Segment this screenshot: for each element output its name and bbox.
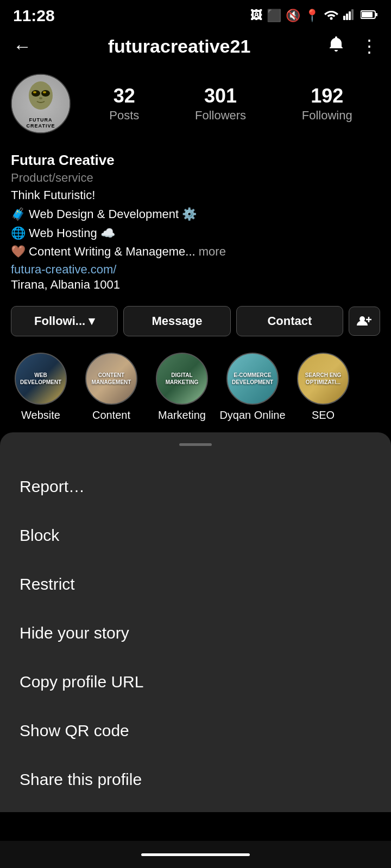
profile-top: FUTURACREATIVE 32 Posts 301 Followers 19… xyxy=(11,74,380,133)
svg-rect-6 xyxy=(362,12,373,17)
add-friend-button[interactable] xyxy=(349,307,380,336)
stat-followers[interactable]: 301 Followers xyxy=(195,85,246,123)
gallery-icon: 🖼 xyxy=(250,9,262,23)
header-actions: ⋮ xyxy=(327,35,378,58)
back-button[interactable]: ← xyxy=(13,36,31,57)
status-icons: 🖼 ⬛ 🔇 📍 xyxy=(250,8,378,23)
highlight-website[interactable]: WEBDEVELOPMENT Website xyxy=(5,353,76,422)
screen-record-icon: ⬛ xyxy=(267,9,281,23)
bio-more-link[interactable]: more xyxy=(199,245,226,258)
highlight-content[interactable]: CONTENTMANAGEMENT Content xyxy=(76,353,147,422)
highlight-seo[interactable]: SEARCH ENGOPTIMIZATI... SEO xyxy=(288,353,358,422)
notification-bell-icon[interactable] xyxy=(327,35,345,58)
highlight-inner-seo: SEARCH ENGOPTIMIZATI... xyxy=(303,369,344,388)
sheet-item-copy-url[interactable]: Copy profile URL xyxy=(0,658,391,706)
highlight-label-dyqan: Dyqan Online xyxy=(219,409,285,422)
highlight-label-marketing: Marketing xyxy=(158,409,206,422)
highlight-inner-content: CONTENTMANAGEMENT xyxy=(90,369,134,388)
avatar-label: FUTURACREATIVE xyxy=(27,117,55,129)
bio-line-1: Think Futuristic! xyxy=(11,187,380,204)
svg-point-8 xyxy=(29,81,53,110)
bottom-sheet: Report… Block Restrict Hide your story C… xyxy=(0,432,391,812)
follow-button[interactable]: Followi... ▾ xyxy=(11,306,118,336)
highlights-row: WEBDEVELOPMENT Website CONTENTMANAGEMENT… xyxy=(0,347,391,432)
sheet-item-hide-story[interactable]: Hide your story xyxy=(0,609,391,658)
stat-posts[interactable]: 32 Posts xyxy=(109,85,139,123)
highlight-circle-seo: SEARCH ENGOPTIMIZATI... xyxy=(297,353,349,405)
svg-rect-7 xyxy=(376,13,377,16)
svg-point-9 xyxy=(31,90,40,97)
battery-icon xyxy=(361,9,378,23)
sheet-item-block[interactable]: Block xyxy=(0,511,391,560)
svg-point-11 xyxy=(33,91,36,93)
posts-label: Posts xyxy=(109,108,139,123)
more-options-icon[interactable]: ⋮ xyxy=(361,36,378,56)
highlight-marketing[interactable]: DIGITALMARKETING Marketing xyxy=(147,353,217,422)
contact-button[interactable]: Contact xyxy=(236,306,343,336)
status-bar: 11:28 🖼 ⬛ 🔇 📍 xyxy=(0,0,391,29)
wifi-icon xyxy=(324,8,339,23)
profile-section: FUTURACREATIVE 32 Posts 301 Followers 19… xyxy=(0,68,391,152)
home-indicator xyxy=(141,853,250,856)
profile-name: Futura Creative xyxy=(11,152,380,169)
svg-rect-3 xyxy=(349,11,351,20)
highlight-circle-content: CONTENTMANAGEMENT xyxy=(85,353,137,405)
highlight-inner-dyqan: E-COMMERCEDEVELOPMENT xyxy=(230,369,275,388)
svg-rect-4 xyxy=(351,9,354,20)
profile-website-link[interactable]: futura-creative.com/ xyxy=(11,263,380,277)
bio-line-3: 🌐 Web Hosting ☁️ xyxy=(11,225,380,242)
svg-rect-2 xyxy=(346,14,348,20)
action-buttons: Followi... ▾ Message Contact xyxy=(0,301,391,347)
avatar[interactable]: FUTURACREATIVE xyxy=(11,74,71,133)
status-time: 11:28 xyxy=(13,7,55,25)
stats-row: 32 Posts 301 Followers 192 Following xyxy=(81,85,380,123)
profile-username: futuracreative21 xyxy=(108,36,251,57)
profile-category: Product/service xyxy=(11,171,380,185)
avatar-image: FUTURACREATIVE xyxy=(12,75,70,132)
highlight-circle-marketing: DIGITALMARKETING xyxy=(156,353,208,405)
posts-count: 32 xyxy=(113,85,135,107)
followers-count: 301 xyxy=(204,85,237,107)
signal-icon xyxy=(343,8,356,23)
sheet-item-restrict[interactable]: Restrict xyxy=(0,560,391,609)
sheet-handle xyxy=(179,443,212,446)
mute-icon: 🔇 xyxy=(286,9,300,23)
svg-point-13 xyxy=(39,97,42,99)
highlight-circle-dyqan: E-COMMERCEDEVELOPMENT xyxy=(226,353,279,405)
highlight-dyqan[interactable]: E-COMMERCEDEVELOPMENT Dyqan Online xyxy=(217,353,288,422)
following-count: 192 xyxy=(311,85,343,107)
svg-rect-1 xyxy=(343,16,345,20)
sheet-item-report[interactable]: Report… xyxy=(0,462,391,511)
bottom-nav-bar xyxy=(0,841,391,868)
highlight-inner-website: WEBDEVELOPMENT xyxy=(18,369,64,388)
stat-following[interactable]: 192 Following xyxy=(302,85,352,123)
location-icon: 📍 xyxy=(305,9,319,23)
sheet-item-qr-code[interactable]: Show QR code xyxy=(0,706,391,755)
bio-section: Futura Creative Product/service Think Fu… xyxy=(0,152,391,301)
message-button[interactable]: Message xyxy=(123,306,230,336)
following-label: Following xyxy=(302,108,352,123)
highlight-inner-marketing: DIGITALMARKETING xyxy=(163,369,201,388)
svg-point-10 xyxy=(41,90,50,97)
bio-line-4: 🤎 Content Writing & Manageme... more xyxy=(11,244,380,260)
followers-label: Followers xyxy=(195,108,246,123)
highlight-circle-website: WEBDEVELOPMENT xyxy=(15,353,67,405)
highlight-label-seo: SEO xyxy=(312,409,335,422)
highlight-label-content: Content xyxy=(92,409,130,422)
header: ← futuracreative21 ⋮ xyxy=(0,29,391,68)
profile-location: Tirana, Albania 1001 xyxy=(11,278,380,292)
highlight-label-website: Website xyxy=(21,409,60,422)
svg-point-0 xyxy=(330,17,333,20)
sheet-item-share-profile[interactable]: Share this profile xyxy=(0,755,391,804)
bio-line-2: 🧳 Web Design & Development ⚙️ xyxy=(11,206,380,223)
svg-point-12 xyxy=(43,91,46,93)
